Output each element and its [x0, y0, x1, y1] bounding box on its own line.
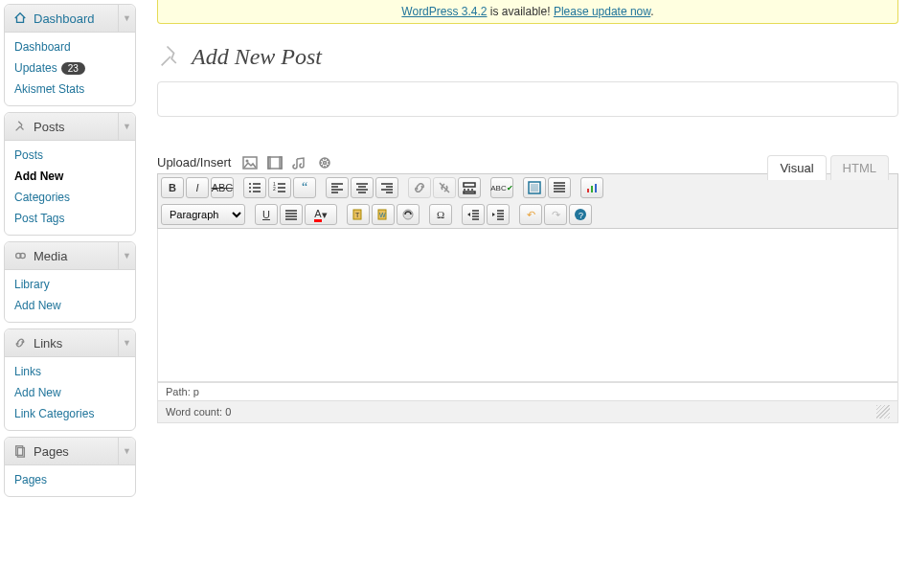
main-content: WordPress 3.4.2 is available! Please upd… — [140, 0, 908, 503]
post-title-input[interactable] — [157, 81, 898, 117]
spellcheck-button[interactable]: ABC✔ — [490, 177, 513, 198]
chevron-down-icon[interactable]: ▼ — [118, 113, 135, 140]
bullet-list-button[interactable] — [243, 177, 266, 198]
menu-akismet-item[interactable]: Akismet Stats — [5, 79, 135, 100]
menu-pages-section: Pages ▼ Pages — [4, 437, 136, 497]
menu-link-categories-item[interactable]: Link Categories — [5, 403, 135, 424]
svg-text:2: 2 — [273, 186, 276, 192]
upload-insert-label: Upload/Insert — [157, 155, 231, 170]
page-title: Add New Post — [157, 43, 898, 70]
chevron-down-icon[interactable]: ▼ — [118, 329, 135, 356]
svg-text:T: T — [355, 212, 360, 218]
update-nag: WordPress 3.4.2 is available! Please upd… — [157, 0, 898, 24]
chart-icon[interactable] — [580, 177, 603, 198]
pin-icon — [157, 43, 184, 70]
redo-button[interactable]: ↷ — [544, 204, 567, 225]
svg-text:?: ? — [579, 211, 583, 220]
chevron-down-icon[interactable]: ▼ — [118, 5, 135, 32]
media-icon — [12, 248, 28, 263]
svg-point-13 — [249, 191, 251, 192]
menu-media-label: Media — [34, 249, 67, 263]
paste-word-button[interactable]: W — [372, 204, 395, 225]
strikethrough-button[interactable]: ABC — [211, 177, 234, 198]
more-button[interactable] — [458, 177, 481, 198]
remove-format-button[interactable] — [397, 204, 420, 225]
svg-point-12 — [249, 187, 251, 189]
editor-content[interactable] — [157, 229, 898, 382]
numbered-list-button[interactable]: 12 — [268, 177, 291, 198]
menu-links-section: Links ▼ Links Add New Link Categories — [4, 328, 136, 431]
menu-post-tags-item[interactable]: Post Tags — [5, 208, 135, 229]
svg-rect-16 — [464, 183, 475, 187]
menu-dashboard-header[interactable]: Dashboard ▼ — [5, 5, 135, 33]
menu-media-add-item[interactable]: Add New — [5, 295, 135, 316]
menu-posts-section: Posts ▼ Posts Add New Categories Post Ta… — [4, 112, 136, 236]
menu-updates-item[interactable]: Updates23 — [5, 57, 135, 79]
tab-visual[interactable]: Visual — [767, 155, 826, 180]
paste-text-button[interactable]: T — [347, 204, 370, 225]
unlink-button[interactable] — [433, 177, 456, 198]
outdent-button[interactable] — [462, 204, 485, 225]
undo-button[interactable]: ↶ — [519, 204, 542, 225]
fullscreen-button[interactable] — [523, 177, 546, 198]
align-left-button[interactable] — [326, 177, 349, 198]
menu-library-item[interactable]: Library — [5, 274, 135, 295]
menu-links-label: Links — [34, 336, 62, 351]
italic-button[interactable]: I — [186, 177, 209, 198]
updates-badge: 23 — [61, 62, 85, 75]
align-center-button[interactable] — [351, 177, 374, 198]
menu-media-section: Media ▼ Library Add New — [4, 241, 136, 323]
menu-links-item[interactable]: Links — [5, 361, 135, 382]
menu-pages-item[interactable]: Pages — [5, 469, 135, 490]
svg-rect-21 — [591, 186, 593, 192]
align-right-button[interactable] — [375, 177, 398, 198]
menu-links-add-item[interactable]: Add New — [5, 382, 135, 403]
page-icon — [12, 443, 28, 459]
menu-dashboard-section: Dashboard ▼ Dashboard Updates23 Akismet … — [4, 4, 136, 106]
menu-pages-header[interactable]: Pages ▼ — [5, 438, 135, 465]
chevron-down-icon[interactable]: ▼ — [118, 242, 135, 269]
menu-links-header[interactable]: Links ▼ — [5, 329, 135, 357]
editor-path: Path: p — [157, 382, 898, 401]
underline-button[interactable]: U — [255, 204, 278, 225]
tab-html[interactable]: HTML — [830, 155, 889, 180]
svg-rect-8 — [280, 157, 282, 169]
svg-text:W: W — [379, 212, 386, 218]
special-char-button[interactable]: Ω — [429, 204, 452, 225]
text-color-button[interactable]: A ▾ — [305, 204, 337, 225]
blockquote-button[interactable]: “ — [293, 177, 316, 198]
menu-pages-label: Pages — [34, 444, 69, 459]
link-icon — [12, 335, 28, 351]
format-select[interactable]: Paragraph — [161, 204, 245, 225]
menu-add-new-post-item[interactable]: Add New — [5, 166, 135, 187]
chevron-down-icon[interactable]: ▼ — [118, 438, 135, 464]
svg-point-10 — [324, 161, 327, 164]
help-button[interactable]: ? — [569, 204, 592, 225]
add-image-icon[interactable] — [242, 156, 258, 170]
svg-rect-20 — [587, 189, 589, 192]
menu-posts-item[interactable]: Posts — [5, 145, 135, 166]
menu-dashboard-label: Dashboard — [34, 11, 95, 26]
indent-button[interactable] — [487, 204, 510, 225]
menu-media-header[interactable]: Media ▼ — [5, 242, 135, 270]
svg-rect-22 — [595, 184, 597, 192]
justify-button[interactable] — [280, 204, 303, 225]
wordpress-version-link[interactable]: WordPress 3.4.2 — [401, 5, 487, 18]
menu-categories-item[interactable]: Categories — [5, 187, 135, 208]
bold-button[interactable]: B — [161, 177, 184, 198]
link-button[interactable] — [408, 177, 431, 198]
menu-posts-header[interactable]: Posts ▼ — [5, 113, 135, 141]
word-count: Word count: 0 — [166, 406, 231, 418]
svg-rect-7 — [268, 157, 270, 169]
add-video-icon[interactable] — [267, 156, 283, 170]
kitchen-sink-button[interactable] — [548, 177, 571, 198]
svg-rect-19 — [531, 184, 538, 192]
svg-rect-17 — [464, 192, 475, 193]
add-media-icon[interactable] — [317, 156, 332, 170]
resize-handle[interactable] — [876, 405, 890, 418]
admin-sidebar: Dashboard ▼ Dashboard Updates23 Akismet … — [0, 0, 140, 503]
add-audio-icon[interactable] — [292, 156, 307, 170]
menu-posts-label: Posts — [34, 120, 65, 134]
menu-dashboard-item[interactable]: Dashboard — [5, 36, 135, 57]
update-now-link[interactable]: Please update now — [554, 5, 650, 18]
